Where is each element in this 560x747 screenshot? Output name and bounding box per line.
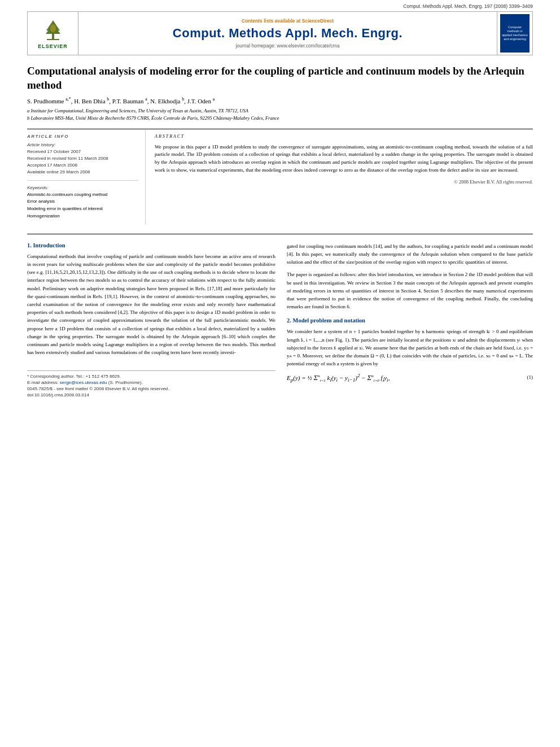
info-abstract-section: ARTICLE INFO Article history: Received 1… — [27, 129, 533, 225]
author-bauman: P.T. Bauman — [112, 98, 144, 104]
author-oden: J.T. Oden — [187, 98, 211, 104]
section1-continuation: gated for coupling two continuum models … — [287, 242, 533, 267]
authors: S. Prudhomme a,*, H. Ben Dhia b, P.T. Ba… — [27, 97, 533, 104]
affiliation-b: b Laboratoire MSS-Mat, Unité Mixte de Re… — [27, 115, 533, 122]
elsevier-logo-text: ELSEVIER — [38, 43, 68, 49]
copyright-line: © 2008 Elsevier B.V. All rights reserved… — [155, 179, 533, 185]
section1-paragraph1: Computational methods that involve coupl… — [27, 252, 275, 357]
section2-heading: 2. Model problem and notation — [287, 317, 533, 324]
right-column: gated for coupling two continuum models … — [287, 242, 533, 399]
author-prudhomme: S. Prudhomme — [27, 98, 64, 104]
journal-header: ELSEVIER Contents lists available at Sci… — [27, 11, 533, 55]
footer-section: * Corresponding author. Tel.: +1 512 475… — [27, 370, 275, 397]
affiliation-a: a Institute for Computational, Engineeri… — [27, 107, 533, 115]
corresponding-note: * Corresponding author. Tel.: +1 512 475… — [27, 374, 275, 379]
svg-rect-1 — [47, 39, 59, 40]
info-divider — [27, 180, 138, 181]
journal-title: Comput. Methods Appl. Mech. Engrg. — [173, 26, 403, 41]
abstract-title: ABSTRACT — [155, 134, 533, 139]
affiliations: a Institute for Computational, Engineeri… — [27, 107, 533, 122]
abstract-panel: ABSTRACT We propose in this paper a 1D m… — [146, 129, 533, 225]
keyword-3: Modeling error in quantities of interest — [27, 206, 138, 213]
email-suffix: (S. Prudhomme). — [107, 380, 143, 385]
sciencedirect-line: Contents lists available at ScienceDirec… — [242, 18, 334, 24]
section2-text: We consider here a system of n + 1 parti… — [287, 327, 533, 368]
citation-bar: Comput. Methods Appl. Mech. Engrg. 197 (… — [27, 0, 533, 11]
history-title: Article history: — [27, 142, 138, 147]
revised-date: Received in revised form 11 March 2008 — [27, 155, 138, 162]
journal-homepage: journal homepage: www.elsevier.com/locat… — [236, 43, 340, 49]
received-date: Received 17 October 2007 — [27, 148, 138, 155]
keywords-title: Keywords: — [27, 185, 138, 190]
eq1-number: (1) — [527, 374, 533, 380]
equation-1: Ep(y) = ½ Σni=1 ki(yi − yi−1)2 − Σni=0 f… — [287, 373, 533, 383]
sciencedirect-link[interactable]: ScienceDirect — [302, 18, 334, 24]
doi-note: doi:10.1016/j.cma.2008.03.014 — [27, 392, 275, 397]
svg-point-4 — [50, 24, 56, 32]
svg-rect-0 — [52, 34, 54, 40]
license-note: 0045-7825/$ - see front matter © 2008 El… — [27, 386, 275, 391]
keyword-1: Atomistic-to-continuum coupling method — [27, 191, 138, 199]
article-info-title: ARTICLE INFO — [27, 134, 138, 139]
article-info-panel: ARTICLE INFO Article history: Received 1… — [27, 129, 146, 225]
left-column: 1. Introduction Computational methods th… — [27, 242, 275, 399]
elsevier-logo-box: ELSEVIER — [28, 12, 78, 55]
journal-center: Contents lists available at ScienceDirec… — [78, 12, 497, 55]
elsevier-tree-icon — [38, 18, 68, 42]
email-note: E-mail address: serge@ices.utexas.edu (S… — [27, 380, 275, 385]
author-bendhia: H. Ben Dhia — [74, 98, 105, 104]
accepted-date: Accepted 17 March 2008 — [27, 162, 138, 169]
keyword-4: Homogenization — [27, 213, 138, 220]
section1-heading: 1. Introduction — [27, 242, 275, 248]
journal-thumbnail: Computer methods in applied mechanics an… — [497, 12, 532, 55]
online-date: Available online 29 March 2008 — [27, 169, 138, 176]
section1-organization: The paper is organized as follows: after… — [287, 270, 533, 311]
main-content: 1. Introduction Computational methods th… — [27, 234, 533, 399]
email-link[interactable]: serge@ices.utexas.edu — [60, 380, 107, 385]
journal-cover-text: Computer methods in applied mechanics an… — [502, 25, 528, 42]
email-label: E-mail address: — [27, 380, 60, 385]
article-title: Computational analysis of modeling error… — [27, 64, 533, 92]
keywords-list: Atomistic-to-continuum coupling method E… — [27, 191, 138, 220]
author-elkhodja: N. Elkhodja — [150, 98, 180, 104]
keyword-2: Error analysis — [27, 198, 138, 206]
journal-cover-box: Computer methods in applied mechanics an… — [500, 14, 530, 53]
eq1-lhs: Ep(y) = ½ Σni=1 ki(yi − yi−1)2 − Σni=0 f… — [287, 373, 390, 383]
abstract-text: We propose in this paper a 1D model prob… — [155, 143, 533, 175]
